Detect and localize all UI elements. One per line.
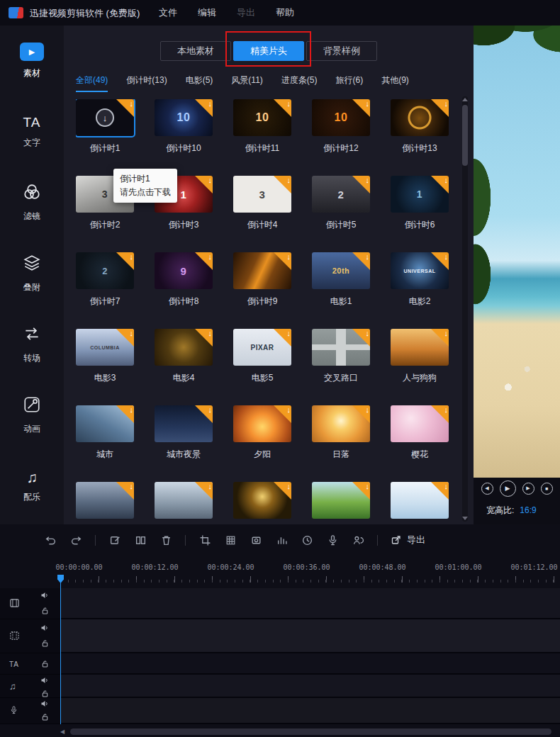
mute-track-icon[interactable]: [40, 590, 49, 602]
asset-item[interactable]: 3↓倒计时4: [233, 176, 291, 252]
asset-item[interactable]: ↓日落: [312, 405, 370, 482]
asset-item[interactable]: ↓: [391, 482, 449, 524]
edit-clip-icon[interactable]: [108, 534, 121, 546]
asset-item[interactable]: 9↓倒计时8: [155, 252, 213, 329]
category-countdown[interactable]: 倒计时(13): [126, 74, 167, 92]
asset-thumbnail[interactable]: ↓: [233, 252, 291, 289]
download-badge-icon[interactable]: ↓: [116, 329, 134, 347]
download-badge-icon[interactable]: ↓: [431, 99, 449, 117]
preview-video[interactable]: [474, 26, 560, 478]
redo-icon[interactable]: [69, 534, 82, 546]
download-badge-icon[interactable]: ↓: [431, 252, 449, 270]
asset-thumbnail[interactable]: 2↓: [312, 176, 370, 213]
download-badge-icon[interactable]: ↓: [352, 176, 370, 193]
asset-item[interactable]: PIXAR↓电影5: [233, 329, 291, 405]
asset-item[interactable]: UNIVERSAL↓电影2: [391, 252, 449, 329]
track-lane-music[interactable]: [60, 675, 560, 698]
download-badge-icon[interactable]: ↓: [352, 329, 370, 347]
lock-track-icon[interactable]: [41, 658, 49, 670]
track-lane-video1[interactable]: [60, 588, 560, 619]
track-header-text[interactable]: TA: [0, 653, 60, 675]
scroll-left-icon[interactable]: ◀: [60, 728, 65, 735]
asset-thumbnail[interactable]: ↓: [155, 329, 213, 366]
asset-thumbnail[interactable]: 3↓: [233, 176, 291, 213]
download-badge-icon[interactable]: ↓: [195, 482, 213, 500]
asset-item[interactable]: ↓城市: [76, 405, 134, 482]
snapshot-icon[interactable]: [250, 534, 262, 546]
aspect-ratio-value[interactable]: 16:9: [520, 505, 536, 515]
asset-item[interactable]: 10↓倒计时12: [312, 99, 370, 176]
asset-thumbnail[interactable]: ↓: [76, 482, 134, 519]
asset-thumbnail[interactable]: 10↓: [155, 99, 213, 136]
category-all[interactable]: 全部(49): [76, 74, 108, 92]
download-badge-icon[interactable]: ↓: [431, 405, 449, 423]
asset-item[interactable]: 10↓倒计时11: [233, 99, 291, 176]
asset-thumbnail[interactable]: PIXAR↓: [233, 329, 291, 366]
category-movie[interactable]: 电影(5): [186, 74, 213, 92]
crop-icon[interactable]: [198, 534, 211, 546]
asset-item[interactable]: ↓: [76, 482, 134, 524]
sidebar-item-text[interactable]: TA 文字: [0, 96, 64, 167]
asset-thumbnail[interactable]: UNIVERSAL↓: [391, 252, 449, 289]
asset-thumbnail[interactable]: ↓: [391, 329, 449, 366]
download-badge-icon[interactable]: ↓: [195, 176, 213, 193]
asset-thumbnail[interactable]: 9↓: [155, 252, 213, 289]
mute-track-icon[interactable]: [40, 675, 49, 687]
sidebar-item-overlay[interactable]: 叠附: [0, 238, 64, 309]
asset-item[interactable]: COLUMBIA↓电影3: [76, 329, 134, 405]
download-badge-icon[interactable]: ↓: [274, 252, 291, 270]
scroll-down-icon[interactable]: [462, 517, 468, 520]
sidebar-item-transition[interactable]: 转场: [0, 309, 64, 380]
hscrollbar-thumb[interactable]: [70, 728, 551, 735]
asset-thumbnail[interactable]: ↓: [391, 405, 449, 442]
download-badge-icon[interactable]: ↓: [116, 252, 134, 270]
download-badge-icon[interactable]: ↓: [352, 482, 370, 500]
download-badge-icon[interactable]: ↓: [195, 99, 213, 117]
category-scenery[interactable]: 风景(11): [231, 74, 262, 92]
mute-track-icon[interactable]: [40, 698, 49, 711]
sidebar-item-music[interactable]: ♫ 配乐: [0, 451, 64, 522]
download-badge-icon[interactable]: ↓: [274, 329, 291, 347]
asset-thumbnail[interactable]: ↓: [155, 405, 213, 442]
download-badge-icon[interactable]: ↓: [116, 482, 134, 500]
asset-item[interactable]: ↓: [155, 482, 213, 524]
asset-item[interactable]: ↓倒计时9: [233, 252, 291, 329]
asset-item[interactable]: ↓夕阳: [233, 405, 291, 482]
lock-track-icon[interactable]: [41, 637, 49, 650]
download-badge-icon[interactable]: ↓: [274, 405, 291, 423]
asset-thumbnail[interactable]: 2↓: [76, 252, 134, 289]
asset-thumbnail[interactable]: 20th↓: [312, 252, 370, 289]
download-badge-icon[interactable]: ↓: [195, 329, 213, 347]
undo-icon[interactable]: [44, 534, 57, 546]
asset-thumbnail[interactable]: ↓: [233, 482, 291, 519]
asset-item[interactable]: ↓↓倒计时1: [76, 99, 134, 176]
asset-item[interactable]: ↓交叉路口: [312, 329, 370, 405]
lock-track-icon[interactable]: [41, 604, 49, 617]
track-lane-video2[interactable]: [60, 619, 560, 653]
tab-local-assets[interactable]: 本地素材: [160, 41, 231, 61]
asset-thumbnail[interactable]: ↓: [312, 329, 370, 366]
horizontal-scrollbar[interactable]: ◀: [60, 728, 557, 736]
sidebar-item-media[interactable]: ▶ 素材: [0, 26, 64, 96]
duration-clock-icon[interactable]: [301, 534, 313, 546]
play-button[interactable]: ▶: [500, 480, 516, 497]
asset-thumbnail[interactable]: COLUMBIA↓: [76, 329, 134, 366]
asset-thumbnail[interactable]: ↓: [76, 405, 134, 442]
asset-item[interactable]: ↓人与狗狗: [391, 329, 449, 405]
asset-thumbnail[interactable]: ↓: [391, 99, 449, 136]
download-circle-icon[interactable]: ↓: [96, 108, 114, 127]
asset-thumbnail[interactable]: 10↓: [233, 99, 291, 136]
menu-file[interactable]: 文件: [159, 6, 177, 19]
scrollbar-thumb[interactable]: [462, 105, 468, 166]
split-clip-icon[interactable]: [134, 534, 147, 546]
voice-change-icon[interactable]: [352, 534, 364, 546]
download-badge-icon[interactable]: ↓: [431, 329, 449, 347]
asset-item[interactable]: 10↓倒计时10: [155, 99, 213, 176]
download-badge-icon[interactable]: ↓: [116, 405, 134, 423]
mute-track-icon[interactable]: [40, 622, 49, 635]
download-badge-icon[interactable]: ↓: [431, 482, 449, 500]
vertical-scrollbar[interactable]: [462, 96, 468, 522]
asset-thumbnail[interactable]: ↓↓: [76, 99, 134, 136]
track-header-video2[interactable]: [0, 619, 60, 653]
delete-clip-icon[interactable]: [159, 534, 172, 546]
